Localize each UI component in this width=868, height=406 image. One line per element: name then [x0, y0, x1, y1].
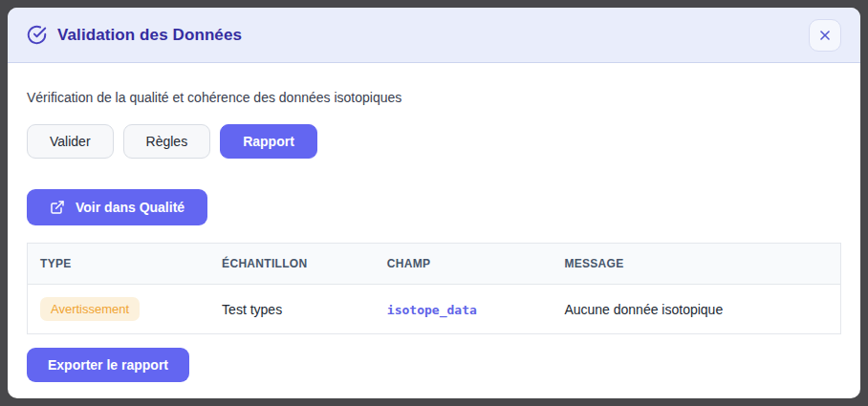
modal-subtitle: Vérification de la qualité et cohérence … — [27, 90, 841, 105]
modal-body: Vérification de la qualité et cohérence … — [8, 63, 860, 398]
tab-valider[interactable]: Valider — [27, 124, 114, 159]
modal-title: Validation des Données — [57, 26, 242, 45]
cell-type: Avertissement — [28, 285, 210, 334]
column-header-message: MESSAGE — [552, 244, 840, 285]
check-circle-icon — [27, 25, 47, 45]
column-header-type: TYPE — [28, 244, 210, 285]
cell-message: Aucune donnée isotopique — [552, 285, 840, 334]
close-icon — [817, 28, 833, 43]
export-report-button[interactable]: Exporter le rapport — [27, 348, 189, 382]
view-quality-label: Voir dans Qualité — [76, 200, 184, 215]
external-link-icon — [50, 200, 65, 215]
column-header-echantillon: ÉCHANTILLON — [209, 244, 375, 285]
cell-echantillon: Test types — [209, 285, 375, 334]
tab-bar: Valider Règles Rapport — [27, 124, 841, 159]
export-report-label: Exporter le rapport — [48, 357, 168, 373]
table-row: Avertissement Test types isotope_data Au… — [28, 285, 841, 334]
close-button[interactable] — [809, 19, 841, 52]
modal-header: Validation des Données — [8, 8, 860, 63]
tab-rapport[interactable]: Rapport — [220, 124, 317, 159]
cell-champ: isotope_data — [375, 285, 553, 334]
validation-modal: Validation des Données Vérification de l… — [8, 8, 860, 398]
table-header: TYPE ÉCHANTILLON CHAMP MESSAGE — [28, 244, 841, 285]
warning-badge: Avertissement — [40, 297, 140, 321]
report-section: Voir dans Qualité TYPE ÉCHANTILLON CHAMP… — [27, 189, 841, 382]
tab-regles[interactable]: Règles — [123, 124, 211, 159]
field-code: isotope_data — [387, 303, 477, 317]
validation-report-table: TYPE ÉCHANTILLON CHAMP MESSAGE Avertisse… — [27, 243, 841, 334]
column-header-champ: CHAMP — [375, 244, 553, 285]
view-quality-button[interactable]: Voir dans Qualité — [27, 189, 207, 225]
